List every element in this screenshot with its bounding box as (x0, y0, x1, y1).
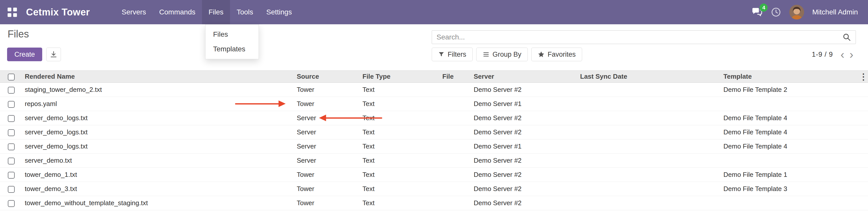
row-checkbox-cell (0, 168, 22, 182)
apps-grid-icon (8, 8, 17, 17)
user-name[interactable]: Mitchell Admin (812, 8, 858, 16)
cell-server: Demo Server #1 (471, 97, 578, 111)
files-table-body: staging_tower_demo_2.txt Tower Text Demo… (0, 83, 868, 210)
cell-last-sync-date (578, 154, 721, 168)
pager-next-button[interactable]: › (847, 49, 856, 60)
menu-item-tools[interactable]: Tools (230, 0, 259, 24)
filters-button[interactable]: Filters (432, 48, 473, 61)
table-row[interactable]: staging_tower_demo_2.txt Tower Text Demo… (0, 83, 868, 97)
control-panel: Files Create Filters Group By (0, 24, 868, 70)
dropdown-item-templates[interactable]: Templates (206, 42, 258, 56)
table-row[interactable]: server_demo_logs.txt Server Text Demo Se… (0, 140, 868, 154)
annotation-arrow-to-source-server (319, 115, 382, 121)
cell-file-type: Text (360, 168, 440, 182)
search-input[interactable] (437, 33, 842, 41)
row-checkbox[interactable] (8, 200, 15, 207)
cell-file-type: Text (360, 97, 440, 111)
column-header-last-sync-date[interactable]: Last Sync Date (578, 70, 721, 83)
cell-end-spacer (859, 97, 868, 111)
column-options-button[interactable]: ⋮ (859, 70, 868, 83)
row-checkbox[interactable] (8, 158, 15, 164)
cell-file (440, 111, 471, 125)
cell-file-type: Text (360, 154, 440, 168)
activities-button[interactable] (771, 7, 781, 18)
menu-item-files[interactable]: Files (202, 0, 230, 24)
row-checkbox[interactable] (8, 172, 15, 179)
table-row[interactable]: repos.yaml Tower Text Demo Server #1 (0, 97, 868, 111)
search-icon[interactable] (842, 33, 851, 41)
top-navbar: Cetmix Tower Servers Commands Files Tool… (0, 0, 868, 24)
column-header-template[interactable]: Template (721, 70, 859, 83)
column-header-file-type[interactable]: File Type (360, 70, 440, 83)
messages-button[interactable]: 4 (751, 7, 763, 18)
app-brand[interactable]: Cetmix Tower (26, 7, 90, 18)
cell-server: Demo Server #2 (471, 111, 578, 125)
avatar-image (789, 5, 804, 20)
create-button[interactable]: Create (7, 48, 42, 61)
star-icon (538, 51, 545, 58)
column-header-server[interactable]: Server (471, 70, 578, 83)
row-checkbox[interactable] (8, 87, 15, 94)
cell-template: Demo File Template 1 (721, 168, 859, 182)
select-all-checkbox[interactable] (8, 73, 15, 81)
cell-rendered-name[interactable]: tower_demo_without_template_staging.txt (22, 196, 294, 210)
column-header-source[interactable]: Source (294, 70, 360, 83)
cell-rendered-name[interactable]: server_demo_logs.txt (22, 111, 294, 125)
cell-source: Server (294, 154, 360, 168)
row-checkbox[interactable] (8, 144, 15, 150)
table-row[interactable]: server_demo_logs.txt Server Text Demo Se… (0, 111, 868, 125)
user-avatar[interactable] (789, 5, 804, 20)
cell-file (440, 154, 471, 168)
table-row[interactable]: server_demo.txt Server Text Demo Server … (0, 154, 868, 168)
cell-file-type: Text (360, 83, 440, 97)
cell-template: Demo File Template 4 (721, 140, 859, 154)
dropdown-item-files[interactable]: Files (206, 27, 258, 42)
cell-template (721, 196, 859, 210)
row-checkbox[interactable] (8, 101, 15, 108)
cell-source: Tower (294, 196, 360, 210)
cell-rendered-name[interactable]: server_demo_logs.txt (22, 140, 294, 154)
cell-server: Demo Server #2 (471, 154, 578, 168)
menu-item-servers[interactable]: Servers (115, 0, 152, 24)
cell-end-spacer (859, 182, 868, 196)
cell-last-sync-date (578, 182, 721, 196)
row-checkbox[interactable] (8, 115, 15, 122)
menu-item-commands[interactable]: Commands (153, 0, 202, 24)
export-button[interactable] (46, 48, 61, 61)
cell-source: Server (294, 125, 360, 140)
column-header-file[interactable]: File (440, 70, 471, 83)
cell-server: Demo Server #2 (471, 196, 578, 210)
row-checkbox[interactable] (8, 129, 15, 136)
cell-rendered-name[interactable]: tower_demo_3.txt (22, 182, 294, 196)
cell-last-sync-date (578, 97, 721, 111)
group-by-button[interactable]: Group By (476, 48, 528, 61)
filters-label: Filters (448, 51, 466, 58)
table-row[interactable]: tower_demo_without_template_staging.txt … (0, 196, 868, 210)
cell-end-spacer (859, 140, 868, 154)
cell-file-type: Text (360, 140, 440, 154)
cell-rendered-name[interactable]: staging_tower_demo_2.txt (22, 83, 294, 97)
cell-end-spacer (859, 83, 868, 97)
cell-template (721, 97, 859, 111)
cell-rendered-name[interactable]: tower_demo_1.txt (22, 168, 294, 182)
row-checkbox-cell (0, 182, 22, 196)
cell-rendered-name[interactable]: server_demo_logs.txt (22, 125, 294, 140)
menu-item-settings[interactable]: Settings (260, 0, 299, 24)
pager: 1-9 / 9 ‹ › (812, 49, 856, 60)
cell-last-sync-date (578, 140, 721, 154)
pager-previous-button[interactable]: ‹ (838, 49, 847, 60)
cell-source: Tower (294, 182, 360, 196)
table-row[interactable]: tower_demo_1.txt Tower Text Demo Server … (0, 168, 868, 182)
favorites-button[interactable]: Favorites (531, 48, 582, 61)
annotation-arrow-to-source-tower (235, 100, 286, 107)
table-row[interactable]: tower_demo_3.txt Tower Text Demo Server … (0, 182, 868, 196)
table-row[interactable]: server_demo_logs.txt Server Text Demo Se… (0, 125, 868, 140)
cell-rendered-name[interactable]: server_demo.txt (22, 154, 294, 168)
apps-menu-button[interactable] (0, 0, 25, 24)
row-checkbox[interactable] (8, 186, 15, 193)
cell-end-spacer (859, 125, 868, 140)
files-menu-dropdown: Files Templates (205, 24, 259, 59)
column-header-rendered-name[interactable]: Rendered Name (22, 70, 294, 83)
cell-file (440, 182, 471, 196)
cell-file-type: Text (360, 125, 440, 140)
